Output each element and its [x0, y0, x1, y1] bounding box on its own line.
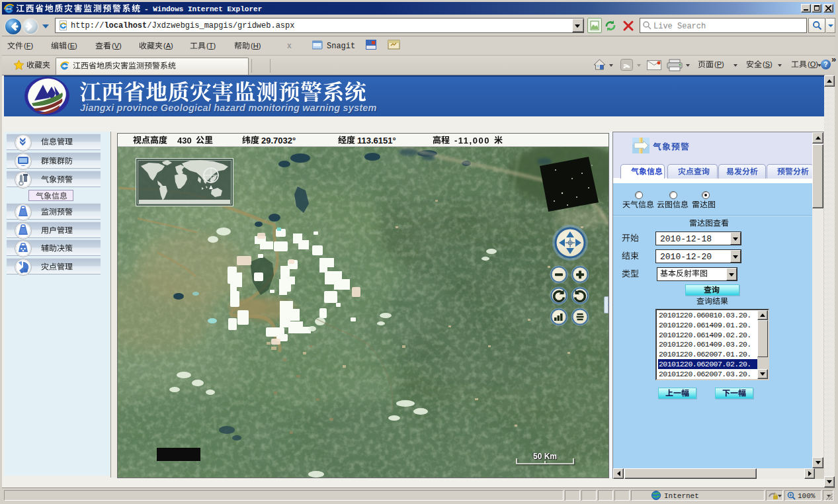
- svg-text:?: ?: [823, 61, 827, 68]
